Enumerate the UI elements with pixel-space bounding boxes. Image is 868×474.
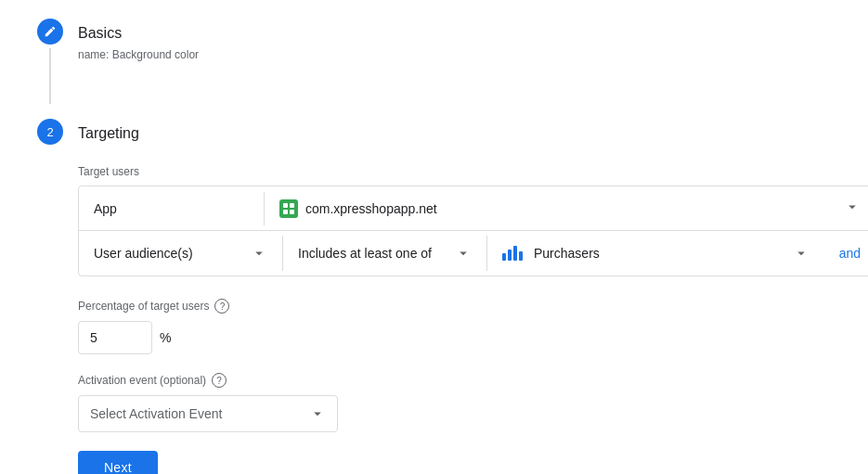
targeting-table: App: [78, 186, 868, 276]
purchasers-chart-icon: [502, 246, 523, 261]
activation-event-label-text: Activation event (optional): [78, 374, 206, 387]
percentage-input[interactable]: [78, 321, 152, 354]
step1-content: Basics name: Background color: [78, 19, 831, 61]
app-name: com.xpresshopapp.net: [305, 201, 437, 216]
activation-event-placeholder: Select Activation Event: [90, 406, 222, 421]
step1-subtitle: name: Background color: [78, 48, 831, 61]
percentage-label: Percentage of target users ?: [78, 299, 868, 314]
svg-rect-0: [279, 199, 298, 218]
percentage-input-row: %: [78, 321, 868, 354]
next-button[interactable]: Next: [78, 451, 158, 474]
table-row-app: App: [79, 186, 868, 231]
page-container: Basics name: Background color 2 Targetin…: [0, 0, 868, 474]
target-users-label: Target users: [78, 165, 868, 178]
svg-rect-4: [290, 210, 294, 214]
step1-title: Basics: [78, 20, 831, 46]
step2-content: Targeting Target users App: [78, 119, 868, 474]
audience-value-label: Purchasers: [534, 246, 600, 261]
activation-event-group: Activation event (optional) ? Select Act…: [78, 373, 868, 432]
step2-indicator: 2: [37, 119, 63, 145]
activation-event-dropdown[interactable]: Select Activation Event: [78, 395, 338, 432]
condition-dropdown-arrow: [455, 245, 472, 262]
value-dropdown-arrow: [793, 245, 810, 262]
app-platform-icon: [279, 199, 298, 218]
condition-label: Includes at least one of: [298, 246, 432, 261]
svg-rect-1: [283, 203, 288, 208]
activation-dropdown-arrow: [309, 405, 326, 422]
step2-circle: 2: [37, 119, 63, 145]
step1-circle: [37, 19, 63, 45]
step2-title: Targeting: [78, 121, 868, 147]
svg-rect-3: [283, 210, 288, 214]
pencil-icon: [44, 25, 57, 38]
percentage-group: Percentage of target users ? %: [78, 299, 868, 354]
condition-cell[interactable]: Includes at least one of: [283, 236, 487, 271]
table-row-audience: User audience(s) Includes at least one o…: [79, 231, 868, 275]
app-value-cell[interactable]: com.xpresshopapp.net: [265, 189, 868, 227]
audience-label: User audience(s): [94, 246, 193, 261]
step1-container: Basics name: Background color: [37, 19, 831, 104]
step2-container: 2 Targeting Target users App: [37, 119, 831, 474]
percentage-symbol: %: [160, 330, 171, 345]
step-connector-line: [49, 48, 51, 104]
step2-number: 2: [46, 125, 53, 139]
store-icon: [279, 199, 298, 218]
percentage-label-text: Percentage of target users: [78, 300, 209, 313]
app-label: App: [94, 201, 117, 216]
audience-dropdown-arrow: [251, 245, 267, 262]
activation-event-help-icon[interactable]: ?: [212, 373, 227, 388]
and-button[interactable]: and: [824, 237, 868, 270]
app-label-cell: App: [79, 192, 265, 225]
activation-event-label: Activation event (optional) ?: [78, 373, 868, 388]
audience-cell[interactable]: User audience(s): [79, 236, 283, 271]
app-dropdown-arrow[interactable]: [844, 199, 861, 218]
step1-indicator: [37, 19, 63, 104]
percentage-help-icon[interactable]: ?: [214, 299, 229, 314]
value-cell[interactable]: Purchasers: [487, 236, 824, 271]
svg-rect-2: [290, 203, 294, 208]
